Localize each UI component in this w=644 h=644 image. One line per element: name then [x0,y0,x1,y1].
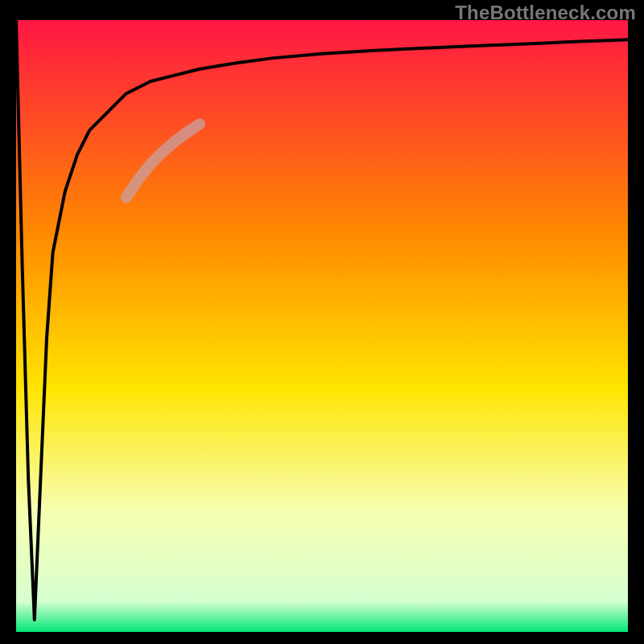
plot-frame [16,20,628,632]
chart-container: TheBottleneck.com [0,0,644,644]
chart-svg [16,20,628,632]
